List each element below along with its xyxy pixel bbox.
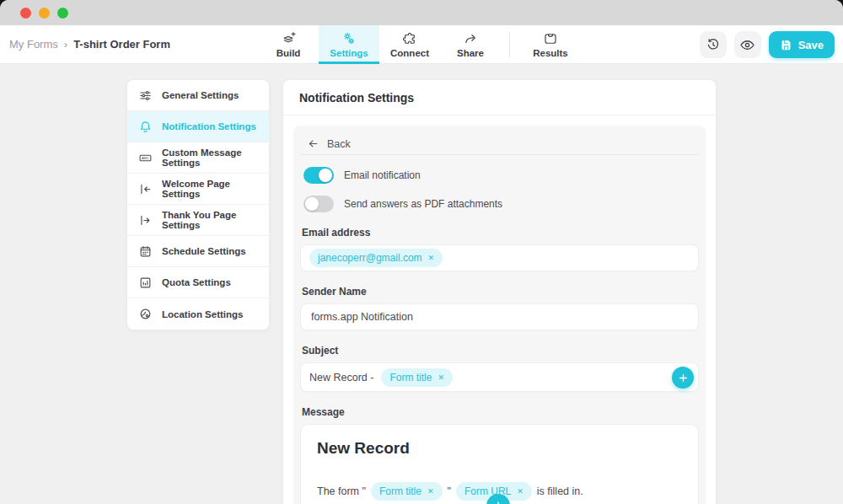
sliders-icon xyxy=(138,88,153,103)
breadcrumb-form-name: T-shirt Order Form xyxy=(73,38,170,51)
sidebar-item-label: General Settings xyxy=(162,90,239,100)
sidebar-item-welcome-page-settings[interactable]: Welcome Page Settings xyxy=(127,174,269,205)
tab-label: Connect xyxy=(390,48,429,58)
preview-button[interactable] xyxy=(734,31,761,58)
calendar-icon xyxy=(138,244,153,259)
toggle-label: Email notification xyxy=(344,169,421,181)
sender-name-label: Sender Name xyxy=(302,286,699,298)
sidebar-item-thank-you-page-settings[interactable]: Thank You Page Settings xyxy=(127,205,269,236)
sidebar-item-quota-settings[interactable]: Quota Settings xyxy=(127,267,269,298)
sidebar-item-location-settings[interactable]: Location Settings xyxy=(127,298,269,330)
message-heading: New Record xyxy=(317,439,682,458)
close-window-button[interactable] xyxy=(20,8,31,19)
globe-icon xyxy=(138,307,153,321)
sender-name-field xyxy=(300,303,699,330)
content-area: General Settings Notification Settings A… xyxy=(0,64,843,504)
share-arrow-icon xyxy=(463,31,478,46)
arrow-from-bar-icon xyxy=(138,213,153,228)
panel-title: Notification Settings xyxy=(283,80,716,115)
breadcrumb-my-forms[interactable]: My Forms xyxy=(9,38,58,51)
message-label: Message xyxy=(302,406,699,418)
sidebar-item-general-settings[interactable]: General Settings xyxy=(127,80,269,111)
arrow-to-bar-icon xyxy=(138,182,153,196)
tab-label: Settings xyxy=(330,48,368,58)
sidebar-item-label: Quota Settings xyxy=(162,277,231,287)
tab-label: Results xyxy=(533,48,568,58)
sidebar-item-label: Welcome Page Settings xyxy=(162,179,269,199)
remove-form-title-icon[interactable]: ✕ xyxy=(438,373,444,382)
floppy-disk-icon xyxy=(780,39,792,51)
sidebar-item-schedule-settings[interactable]: Schedule Settings xyxy=(127,236,269,267)
toggle-knob xyxy=(319,169,332,182)
app-header: My Forms › T-shirt Order Form Build xyxy=(0,25,843,64)
subject-input[interactable]: New Record - Form title ✕ xyxy=(300,362,699,392)
bell-icon xyxy=(138,120,153,134)
breadcrumb: My Forms › T-shirt Order Form xyxy=(0,38,170,51)
tab-divider xyxy=(509,32,510,57)
form-title-chip-text: Form title xyxy=(389,372,432,383)
sender-name-input[interactable] xyxy=(309,310,690,324)
back-label: Back xyxy=(327,138,351,150)
gears-icon xyxy=(341,31,357,46)
sidebar-item-label: Notification Settings xyxy=(162,121,256,131)
sidebar-item-label: Thank You Page Settings xyxy=(162,210,269,230)
bar-chart-icon xyxy=(138,276,153,290)
form-title-chip-text: Form title xyxy=(379,485,422,497)
minimize-window-button[interactable] xyxy=(39,8,50,19)
save-button[interactable]: Save xyxy=(769,31,835,58)
sidebar-item-label: Custom Message Settings xyxy=(162,147,269,168)
tab-results[interactable]: Results xyxy=(520,25,581,64)
layers-plus-icon xyxy=(281,31,296,46)
message-text-quote: " xyxy=(448,485,451,497)
remove-form-title-icon[interactable]: ✕ xyxy=(427,487,434,496)
form-title-chip: Form title ✕ xyxy=(381,368,453,387)
email-notification-row: Email notification xyxy=(303,167,699,184)
message-text-prefix: The form " xyxy=(317,485,366,497)
app-window: My Forms › T-shirt Order Form Build xyxy=(0,0,843,504)
email-notification-toggle[interactable] xyxy=(303,167,334,184)
email-address-input[interactable]: janecoperr@gmail.com ✕ xyxy=(300,244,699,271)
main-nav-tabs: Build Settings xyxy=(258,25,581,64)
tab-share[interactable]: Share xyxy=(440,25,501,64)
svg-text:ABC: ABC xyxy=(142,156,149,160)
sidebar-item-label: Location Settings xyxy=(162,309,243,319)
email-chip: janecoperr@gmail.com ✕ xyxy=(309,249,443,267)
breadcrumb-separator: › xyxy=(64,38,67,51)
form-title-chip: Form title ✕ xyxy=(371,482,443,501)
window-titlebar xyxy=(0,0,843,25)
back-button[interactable]: Back xyxy=(300,133,699,155)
tab-connect[interactable]: Connect xyxy=(379,25,440,64)
sidebar-item-notification-settings[interactable]: Notification Settings xyxy=(127,111,269,142)
history-button[interactable] xyxy=(700,31,727,58)
toggle-knob xyxy=(305,197,319,211)
sidebar-item-custom-message-settings[interactable]: ABC Custom Message Settings xyxy=(127,142,269,174)
tab-settings[interactable]: Settings xyxy=(319,25,379,64)
notification-settings-panel: Notification Settings Back Email notific… xyxy=(282,79,717,504)
pdf-attachments-toggle[interactable] xyxy=(303,196,334,212)
toggle-label: Send answers as PDF attachments xyxy=(344,198,502,210)
back-arrow-icon xyxy=(307,137,319,150)
puzzle-icon xyxy=(402,31,417,46)
remove-form-url-icon[interactable]: ✕ xyxy=(517,487,524,496)
message-editor[interactable]: New Record The form " Form title ✕ " For… xyxy=(300,424,699,504)
email-chip-text: janecoperr@gmail.com xyxy=(318,252,422,264)
tab-label: Share xyxy=(457,48,484,58)
tab-build[interactable]: Build xyxy=(258,25,319,64)
eye-icon xyxy=(739,37,755,53)
remove-email-icon[interactable]: ✕ xyxy=(428,254,435,262)
abc-box-icon: ABC xyxy=(138,151,153,165)
history-icon xyxy=(706,37,721,52)
tab-label: Build xyxy=(277,48,301,58)
add-subject-field-button[interactable] xyxy=(672,367,694,389)
inbox-icon xyxy=(543,31,558,46)
email-address-label: Email address xyxy=(302,227,699,239)
panel-body: Back Email notification Send answers as … xyxy=(293,126,706,504)
pdf-attachments-row: Send answers as PDF attachments xyxy=(303,196,699,212)
subject-label: Subject xyxy=(302,345,699,357)
message-text-suffix: is filled in. xyxy=(537,485,583,497)
sidebar-item-label: Schedule Settings xyxy=(162,246,246,256)
settings-sidebar: General Settings Notification Settings A… xyxy=(126,79,270,330)
subject-text: New Record - xyxy=(309,372,373,383)
zoom-window-button[interactable] xyxy=(57,8,68,19)
save-label: Save xyxy=(798,39,824,51)
